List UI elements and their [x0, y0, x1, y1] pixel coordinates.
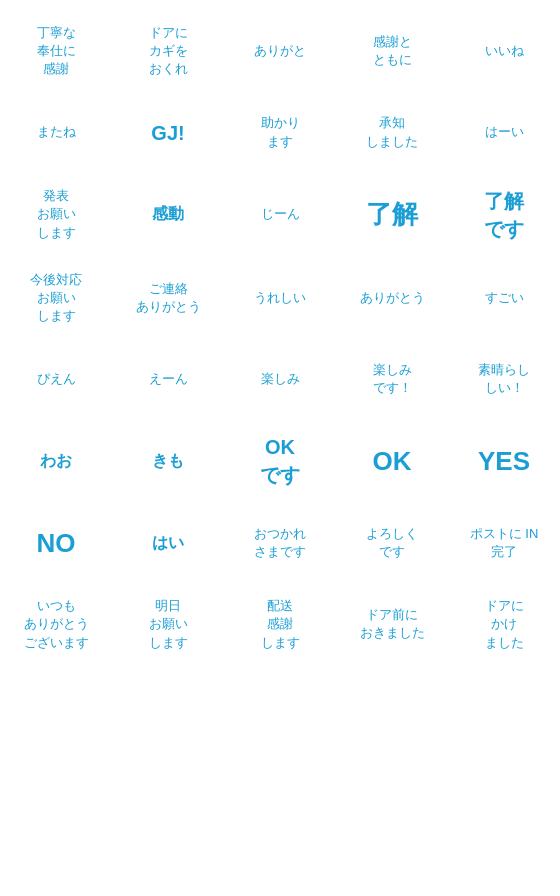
sticker-cell-30[interactable]: NO [0, 503, 112, 583]
sticker-cell-33[interactable]: よろしく です [336, 503, 448, 583]
sticker-cell-9[interactable]: はーい [448, 93, 560, 173]
sticker-cell-13[interactable]: 了解 [336, 173, 448, 257]
sticker-cell-2[interactable]: ありがと [224, 10, 336, 93]
sticker-cell-31[interactable]: はい [112, 503, 224, 583]
sticker-cell-5[interactable]: またね [0, 93, 112, 173]
sticker-cell-24[interactable]: 素晴らし しい！ [448, 339, 560, 419]
sticker-cell-11[interactable]: 感動 [112, 173, 224, 257]
sticker-cell-19[interactable]: すごい [448, 257, 560, 340]
sticker-cell-34[interactable]: ポストに IN 完了 [448, 503, 560, 583]
sticker-cell-17[interactable]: うれしい [224, 257, 336, 340]
sticker-cell-8[interactable]: 承知 しました [336, 93, 448, 173]
sticker-cell-36[interactable]: 明日 お願い します [112, 583, 224, 666]
sticker-cell-25[interactable]: わお [0, 419, 112, 503]
sticker-cell-10[interactable]: 発表 お願い します [0, 173, 112, 257]
sticker-cell-32[interactable]: おつかれ さまです [224, 503, 336, 583]
sticker-cell-14[interactable]: 了解 です [448, 173, 560, 257]
sticker-cell-39[interactable]: ドアに かけ ました [448, 583, 560, 666]
sticker-cell-7[interactable]: 助かり ます [224, 93, 336, 173]
sticker-cell-22[interactable]: 楽しみ [224, 339, 336, 419]
sticker-cell-28[interactable]: OK [336, 419, 448, 503]
sticker-cell-27[interactable]: OK です [224, 419, 336, 503]
sticker-cell-35[interactable]: いつも ありがとう ございます [0, 583, 112, 666]
sticker-cell-16[interactable]: ご連絡 ありがとう [112, 257, 224, 340]
sticker-cell-21[interactable]: えーん [112, 339, 224, 419]
sticker-cell-1[interactable]: ドアに カギを おくれ [112, 10, 224, 93]
sticker-cell-38[interactable]: ドア前に おきました [336, 583, 448, 666]
sticker-cell-29[interactable]: YES [448, 419, 560, 503]
sticker-cell-0[interactable]: 丁寧な 奉仕に 感謝 [0, 10, 112, 93]
sticker-cell-3[interactable]: 感謝と ともに [336, 10, 448, 93]
sticker-cell-20[interactable]: ぴえん [0, 339, 112, 419]
sticker-cell-6[interactable]: GJ! [112, 93, 224, 173]
sticker-cell-26[interactable]: きも [112, 419, 224, 503]
sticker-cell-23[interactable]: 楽しみ です！ [336, 339, 448, 419]
sticker-grid: 丁寧な 奉仕に 感謝ドアに カギを おくれありがと感謝と ともにいいねまたねGJ… [0, 0, 560, 676]
sticker-cell-18[interactable]: ありがとう [336, 257, 448, 340]
sticker-cell-37[interactable]: 配送 感謝 します [224, 583, 336, 666]
sticker-cell-12[interactable]: じーん [224, 173, 336, 257]
sticker-cell-4[interactable]: いいね [448, 10, 560, 93]
sticker-cell-15[interactable]: 今後対応 お願い します [0, 257, 112, 340]
